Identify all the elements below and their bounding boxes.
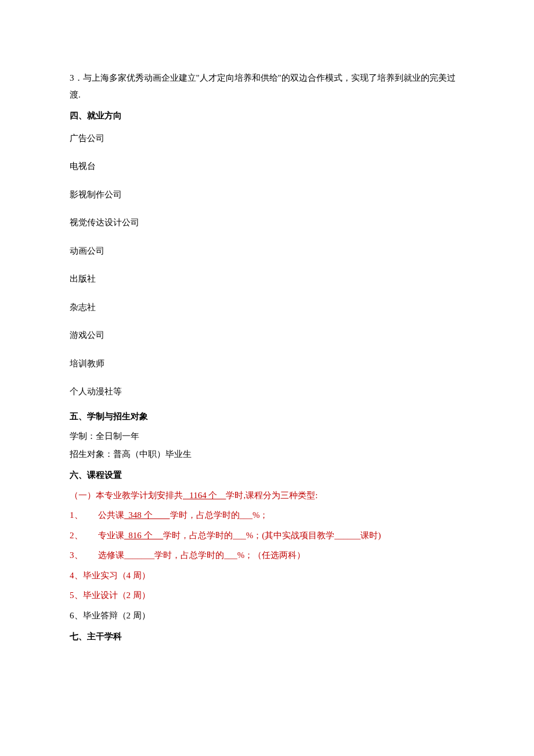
section6-item1-underline: 348 个 [124,510,170,520]
section6-line1-pre: （一）本专业教学计划安排共 [70,491,183,500]
employment-item: 电视台 [70,158,464,175]
section6-item1: 1、 公共课 348 个 学时，占总学时的___%； [70,507,464,524]
section7-heading: 七、主干学科 [70,628,464,645]
employment-item: 影视制作公司 [70,186,464,203]
employment-item: 广告公司 [70,130,464,147]
section6-item4: 4、毕业实习（4 周） [70,567,464,584]
section6-heading: 六、课程设置 [70,467,464,484]
section5-line2: 招生对象：普高（中职）毕业生 [70,446,464,463]
employment-item: 个人动漫社等 [70,383,464,400]
section6-item1-pre: 1、 公共课 [70,510,124,520]
section5-line1: 学制：全日制一年 [70,428,464,445]
section4-heading: 四、就业方向 [70,107,464,124]
employment-item: 动画公司 [70,243,464,260]
employment-item: 视觉传达设计公司 [70,214,464,231]
section6-item5: 5、毕业设计（2 周） [70,587,464,604]
employment-item: 出版社 [70,271,464,287]
section6-item2: 2、 专业课 816 个 学时，占总学时的___%；(其中实战项目教学_____… [70,527,464,544]
section6-item2-pre: 2、 专业课 [70,531,124,540]
section6-line1-post: 学时,课程分为三种类型: [226,491,317,500]
intro-item-3: 3．与上海多家优秀动画企业建立"人才定向培养和供给"的双边合作模式，实现了培养到… [70,70,464,103]
employment-item: 培训教师 [70,355,464,372]
section6-item6: 6、毕业答辩（2 周） [70,607,464,624]
employment-item: 游戏公司 [70,327,464,344]
section6-line1: （一）本专业教学计划安排共 1164 个 学时,课程分为三种类型: [70,487,464,504]
section6-item3: 3、 选修课_______学时，占总学时的___%；（任选两科） [70,547,464,564]
section5-heading: 五、学制与招生对象 [70,408,464,425]
section6-item2-post: 学时，占总学时的___%；(其中实战项目教学______课时) [163,531,381,540]
employment-item: 杂志社 [70,299,464,316]
section6-line1-underline: 1164 个 [183,491,226,500]
section6-item2-underline: 816 个 [124,531,164,540]
section6-item1-post: 学时，占总学时的___%； [170,510,269,520]
